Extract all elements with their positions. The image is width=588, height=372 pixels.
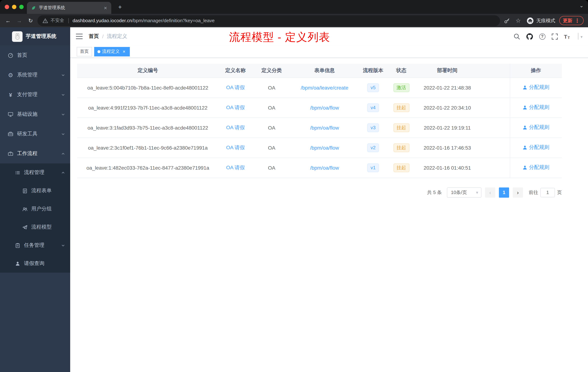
- sidebar-item-dev-tools[interactable]: 研发工具: [0, 124, 70, 144]
- window-controls: [5, 5, 24, 9]
- page-size-select[interactable]: 10条/页 ▾: [447, 187, 482, 197]
- sidebar-item-user-group[interactable]: 用户分组: [0, 200, 70, 218]
- breadcrumb-current: 流程定义: [107, 33, 127, 40]
- definition-id: oa_leave:1:482ec033-762a-11ec-8477-a2380…: [77, 158, 219, 178]
- help-icon[interactable]: ?: [539, 33, 545, 40]
- key-icon[interactable]: [503, 16, 511, 25]
- sidebar-item-home[interactable]: 首页: [0, 45, 70, 65]
- sidebar-item-leave-query[interactable]: 请假查询: [0, 254, 70, 273]
- toolbox-icon: [8, 131, 13, 137]
- sidebar: 芋道管理系统 首页 ⚙ 系统管理 ¥ 支付管理: [0, 27, 70, 372]
- bookmark-star-icon[interactable]: ☆: [514, 16, 523, 25]
- assign-rule-link[interactable]: 分配规则: [523, 104, 549, 111]
- form-link[interactable]: /bpm/oa/flow: [310, 105, 339, 110]
- user-icon: [15, 261, 20, 266]
- tag-close-icon[interactable]: ×: [121, 49, 126, 54]
- definition-name-link[interactable]: OA 请假: [226, 144, 245, 150]
- sidebar-item-infrastructure[interactable]: 基础设施: [0, 104, 70, 124]
- assign-rule-link[interactable]: 分配规则: [523, 84, 549, 91]
- new-tab-button[interactable]: +: [116, 3, 124, 12]
- paper-plane-icon: [22, 224, 28, 230]
- fullscreen-icon[interactable]: [551, 33, 558, 40]
- tag-process-definition[interactable]: 流程定义 ×: [94, 47, 130, 56]
- chevron-down-icon: [61, 73, 65, 77]
- sidebar-toggle-icon[interactable]: [76, 33, 83, 40]
- update-button[interactable]: 更新 ⋮: [559, 16, 584, 25]
- navbar-icons: ? TT ▾: [513, 33, 583, 40]
- prev-page-button[interactable]: ‹: [485, 187, 495, 197]
- column-header: 定义编号: [77, 64, 219, 77]
- tab-close-icon[interactable]: ×: [103, 5, 108, 11]
- tab-favicon-icon: [31, 5, 36, 10]
- window-zoom-button[interactable]: [19, 5, 24, 9]
- assign-rule-link[interactable]: 分配规则: [523, 144, 549, 151]
- back-icon[interactable]: ←: [4, 16, 12, 25]
- chevron-up-icon: [61, 171, 65, 175]
- incognito-badge[interactable]: 无痕模式: [526, 17, 555, 24]
- forward-icon[interactable]: →: [15, 16, 24, 25]
- form-link[interactable]: /bpm/oa/flow: [310, 165, 339, 171]
- spacer: [480, 118, 510, 138]
- assign-rule-link[interactable]: 分配规则: [523, 164, 549, 171]
- tab-search-icon[interactable]: ⌄: [579, 2, 584, 8]
- table-row: oa_leave:2:3c1f0ef1-76b1-11ec-9c66-a2380…: [77, 138, 562, 158]
- form-link[interactable]: /bpm/oa/leave/create: [301, 85, 348, 90]
- deploy-time: 2022-01-16 01:40:51: [415, 158, 480, 178]
- chevron-up-icon: [61, 152, 65, 156]
- form-link[interactable]: /bpm/oa/flow: [310, 125, 339, 131]
- column-header: 表单信息: [291, 64, 358, 77]
- status-badge: 挂起: [393, 123, 409, 132]
- sidebar-logo[interactable]: 芋道管理系统: [0, 27, 70, 45]
- tag-home[interactable]: 首页: [77, 47, 92, 56]
- table-row: oa_leave:3:1fad3d93-7b75-11ec-a3c8-acde4…: [77, 118, 562, 138]
- chevron-down-icon: [61, 243, 65, 247]
- form-link[interactable]: /bpm/oa/flow: [310, 145, 339, 151]
- sidebar-item-payment[interactable]: ¥ 支付管理: [0, 85, 70, 104]
- assign-rule-link[interactable]: 分配规则: [523, 124, 549, 131]
- briefcase-icon: [8, 151, 13, 156]
- definition-name-link[interactable]: OA 请假: [226, 164, 245, 170]
- definition-category: OA: [252, 118, 291, 138]
- omnibox-divider: [68, 18, 69, 23]
- incognito-icon: [526, 17, 534, 24]
- goto-page-input[interactable]: [540, 188, 555, 197]
- monitor-icon: [8, 111, 13, 117]
- deploy-time: 2022-01-16 17:46:53: [415, 138, 480, 158]
- sidebar-item-process-form[interactable]: 流程表单: [0, 182, 70, 200]
- definition-table: 定义编号 定义名称 定义分类 表单信息 流程版本 状态 部署时间 操作: [77, 64, 562, 178]
- window-minimize-button[interactable]: [12, 5, 16, 9]
- sidebar-item-process-model[interactable]: 流程模型: [0, 218, 70, 236]
- chevron-down-icon: [61, 93, 65, 97]
- search-icon[interactable]: [513, 33, 520, 40]
- sidebar-item-task-management[interactable]: 任务管理: [0, 236, 70, 254]
- sidebar-item-workflow[interactable]: 工作流程: [0, 144, 70, 164]
- sidebar-item-label: 流程表单: [31, 187, 52, 194]
- definition-category: OA: [252, 98, 291, 118]
- definition-name-link[interactable]: OA 请假: [226, 104, 245, 110]
- definition-category: OA: [252, 158, 291, 178]
- sidebar-item-process-management[interactable]: 流程管理: [0, 164, 70, 182]
- annotation-text: 流程模型 - 定义列表: [229, 30, 330, 45]
- page-number-button[interactable]: 1: [499, 187, 509, 197]
- font-size-icon[interactable]: TT: [564, 33, 570, 40]
- users-icon: [22, 206, 28, 212]
- goto-page: 前往 页: [529, 188, 562, 197]
- url-bar[interactable]: 不安全 dashboard.yudao.iocoder.cn/bpm/manag…: [37, 15, 500, 26]
- browser-tab[interactable]: 芋道管理系统 ×: [27, 2, 111, 14]
- definition-name-link[interactable]: OA 请假: [226, 124, 245, 130]
- definition-name-link[interactable]: OA 请假: [226, 84, 245, 90]
- spacer: [480, 138, 510, 158]
- goto-unit: 页: [557, 189, 562, 196]
- breadcrumb-home[interactable]: 首页: [89, 33, 99, 40]
- user-avatar[interactable]: ▾: [578, 33, 578, 40]
- sidebar-item-label: 系统管理: [17, 72, 37, 78]
- tab-strip: 芋道管理系统 × + ⌄: [0, 0, 588, 14]
- github-icon[interactable]: [526, 33, 533, 40]
- browser-menu-icon[interactable]: ⋮: [575, 17, 580, 24]
- refresh-icon[interactable]: ↻: [26, 16, 35, 25]
- sidebar-item-system[interactable]: ⚙ 系统管理: [0, 65, 70, 85]
- avatar-image: [578, 33, 578, 40]
- form-icon: [22, 188, 28, 194]
- next-page-button[interactable]: ›: [513, 187, 523, 197]
- window-close-button[interactable]: [5, 5, 9, 9]
